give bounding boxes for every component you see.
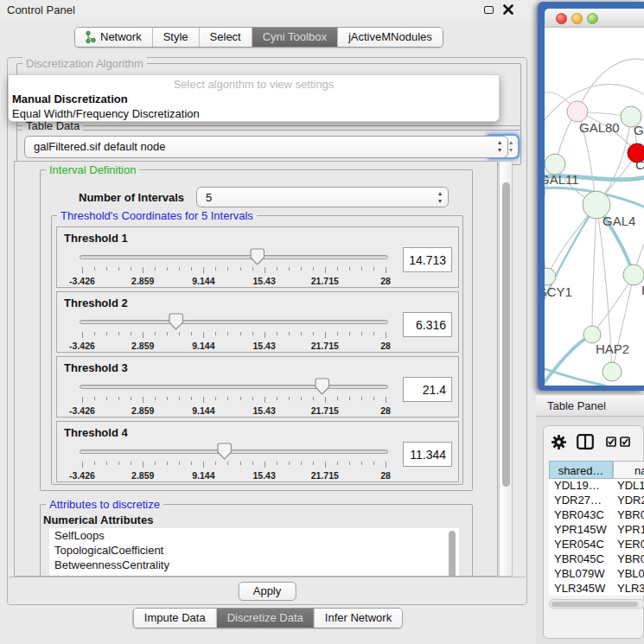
- group-label: Discretization Algorithm: [22, 57, 147, 70]
- stepper-arrows-icon: ▴▾: [498, 138, 501, 154]
- tab-select[interactable]: Select: [199, 28, 252, 47]
- table-row[interactable]: YER054CYER054C: [549, 538, 644, 552]
- tick-mark: [131, 462, 131, 465]
- table-cell[interactable]: YER054C: [613, 538, 644, 552]
- network-node[interactable]: [545, 268, 556, 285]
- column-header[interactable]: name: [613, 461, 644, 479]
- table-cell[interactable]: YBR043C: [613, 508, 644, 523]
- table-row[interactable]: YBR045CYBR045C: [549, 552, 644, 567]
- tab-jactivemnodules[interactable]: jActiveMNodules: [337, 28, 443, 47]
- dropdown-option[interactable]: Manual Discretization: [9, 92, 499, 106]
- table-row[interactable]: YBR043CYBR043C: [549, 508, 644, 523]
- number-of-intervals-combobox[interactable]: 5 ▴▾: [196, 187, 449, 207]
- threshold-value-field[interactable]: 21.4: [403, 377, 452, 402]
- table-row[interactable]: YLR345WYLR345W: [549, 582, 644, 596]
- right-panel: GAL80G.CGAL11GAL4GCY1HHAP2 Table Panel: [536, 0, 644, 644]
- list-item[interactable]: BetweennessCentrality: [49, 558, 459, 572]
- table-cell[interactable]: YBL079W: [613, 567, 644, 582]
- slider-track[interactable]: [80, 320, 388, 324]
- tick-mark: [313, 397, 314, 400]
- table-cell[interactable]: YLR345W: [613, 582, 644, 596]
- tick-mark: [337, 462, 338, 465]
- dropdown-options: Manual DiscretizationEqual Width/Frequen…: [9, 92, 499, 121]
- close-icon[interactable]: [503, 4, 513, 15]
- settings-scroll-area: Interval Definition Number of Intervals …: [14, 161, 498, 577]
- slider-track[interactable]: [80, 385, 388, 389]
- table-cell[interactable]: YPR145W: [549, 523, 613, 538]
- tab-impute-data[interactable]: Impute Data: [134, 609, 216, 628]
- apply-button[interactable]: Apply: [239, 582, 296, 601]
- tick-mark: [167, 397, 168, 400]
- tick-mark: [94, 267, 95, 271]
- slider-handle[interactable]: [315, 378, 329, 395]
- table-panel-header: Table Panel: [536, 394, 644, 417]
- tab-cyni-toolbox[interactable]: Cyni Toolbox: [252, 28, 337, 47]
- table-row[interactable]: YBL079WYBL079W: [549, 567, 644, 582]
- tick-mark: [203, 332, 204, 338]
- table-cell[interactable]: YPR145W: [613, 523, 644, 538]
- network-window-titlebar: [545, 9, 644, 28]
- table-horizontal-scrollbar[interactable]: [549, 599, 644, 609]
- vertical-scrollbar[interactable]: [499, 161, 513, 577]
- gear-icon[interactable]: [551, 434, 567, 450]
- network-node[interactable]: [603, 362, 622, 381]
- slider-handle[interactable]: [250, 248, 265, 265]
- slider-handle[interactable]: [169, 313, 183, 330]
- dropdown-option[interactable]: Equal Width/Frequency Discretization: [9, 106, 499, 121]
- checkbox-icon[interactable]: [606, 437, 616, 447]
- float-window-icon[interactable]: [484, 6, 494, 14]
- tick-mark: [215, 462, 216, 465]
- tick-label: 21.715: [299, 341, 351, 351]
- tab-infer-network[interactable]: Infer Network: [314, 609, 402, 628]
- tab-label: Infer Network: [325, 611, 392, 624]
- threshold-value-field[interactable]: 14.713: [403, 247, 452, 272]
- tick-mark: [240, 267, 241, 271]
- list-item[interactable]: TopologicalCoefficient: [49, 543, 459, 558]
- table-cell[interactable]: YDL19…: [549, 479, 613, 494]
- threshold-value-field[interactable]: 11.344: [403, 442, 452, 467]
- table-cell[interactable]: YBR045C: [613, 552, 644, 567]
- network-node[interactable]: [567, 101, 588, 122]
- slider-ticks: [82, 332, 386, 339]
- tab-label: Select: [210, 30, 241, 43]
- table-cell[interactable]: YBR045C: [549, 552, 613, 567]
- tick-label: 15.43: [239, 470, 290, 481]
- tick-label: 21.715: [299, 405, 351, 416]
- columns-icon[interactable]: [577, 434, 594, 450]
- table-row[interactable]: YPR145WYPR145W: [549, 523, 644, 538]
- table-cell[interactable]: YDR27: [613, 494, 644, 508]
- table-row[interactable]: YDL19…YDL19: [549, 479, 644, 494]
- tab-network[interactable]: Network: [75, 28, 152, 47]
- threshold-value-field[interactable]: 6.316: [403, 312, 452, 337]
- list-item[interactable]: SelfLoops: [49, 528, 459, 543]
- tick-mark: [118, 267, 119, 271]
- table-cell[interactable]: YER054C: [549, 538, 613, 552]
- table-cell[interactable]: YDR27…: [549, 494, 613, 508]
- tick-label: -3.426: [56, 341, 108, 351]
- list-scrollbar[interactable]: [449, 531, 456, 577]
- zoom-traffic-light-icon[interactable]: [587, 13, 598, 24]
- dropdown-placeholder-option[interactable]: Select algorithm to view settings: [9, 75, 499, 92]
- close-traffic-light-icon[interactable]: [556, 13, 567, 24]
- tick-mark: [349, 332, 350, 335]
- checkbox-icon[interactable]: [620, 437, 630, 447]
- table-data-combobox[interactable]: galFiltered.sif default node ▴▾: [24, 136, 508, 158]
- table-cell[interactable]: YLR345W: [549, 582, 613, 596]
- network-canvas[interactable]: GAL80G.CGAL11GAL4GCY1HHAP2: [545, 28, 644, 386]
- slider-track[interactable]: [80, 255, 388, 259]
- scrollbar-thumb[interactable]: [502, 182, 510, 487]
- scrollbar-thumb[interactable]: [552, 602, 638, 607]
- slider-track[interactable]: [80, 450, 388, 454]
- tab-style[interactable]: Style: [152, 28, 199, 47]
- threshold-panel: Threshold 3-3.4262.8599.14415.4321.71528…: [56, 356, 459, 418]
- table-cell[interactable]: YBR043C: [549, 508, 613, 523]
- tick-mark: [203, 397, 204, 403]
- column-header[interactable]: shared…: [549, 461, 613, 479]
- minimize-traffic-light-icon[interactable]: [571, 13, 583, 24]
- table-cell[interactable]: YDL19: [613, 479, 644, 494]
- table-row[interactable]: YDR27…YDR27: [549, 494, 644, 508]
- tab-discretize-data[interactable]: Discretize Data: [216, 609, 314, 628]
- slider-handle[interactable]: [217, 443, 232, 460]
- network-node[interactable]: [583, 326, 601, 343]
- table-cell[interactable]: YBL079W: [549, 567, 613, 582]
